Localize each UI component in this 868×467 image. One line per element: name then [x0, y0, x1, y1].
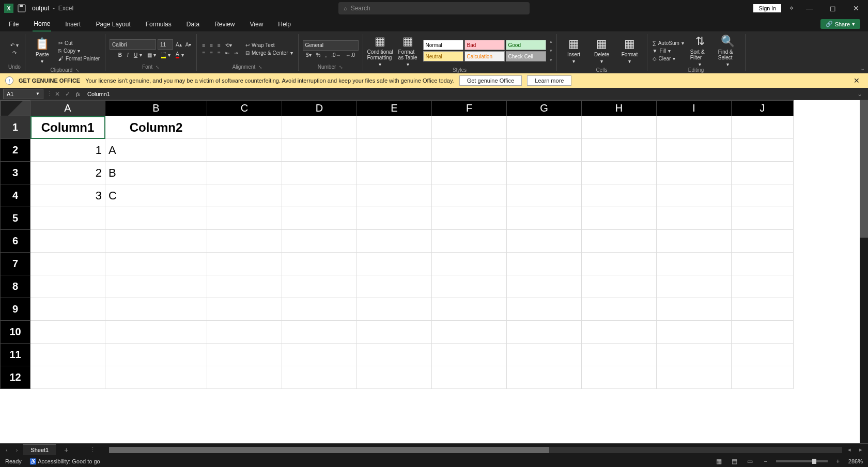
col-header-I[interactable]: I [657, 101, 732, 116]
cell-F5[interactable] [432, 207, 507, 230]
warning-close-button[interactable]: ✕ [850, 76, 863, 85]
coming-soon-icon[interactable]: ✧ [789, 5, 794, 12]
cell-J3[interactable] [732, 162, 794, 184]
number-format-select[interactable] [303, 40, 359, 51]
clipboard-launcher[interactable]: ⤡ [75, 68, 80, 73]
cell-J2[interactable] [732, 139, 794, 162]
cell-E6[interactable] [357, 230, 432, 253]
cell-H11[interactable] [582, 344, 657, 366]
cell-F11[interactable] [432, 344, 507, 366]
cell-H4[interactable] [582, 184, 657, 207]
spreadsheet-grid[interactable]: A B C D E F G H I J 1 Column1 Column2 [0, 100, 794, 389]
format-painter-button[interactable]: 🖌 Format Painter [57, 55, 101, 62]
font-size-select[interactable] [158, 39, 173, 50]
cell-E8[interactable] [357, 275, 432, 298]
cell-J7[interactable] [732, 253, 794, 275]
search-box[interactable]: ⌕ Search [338, 2, 530, 14]
name-box[interactable]: A1▼ [3, 89, 43, 99]
cell-A7[interactable] [30, 253, 105, 275]
cell-D3[interactable] [282, 162, 357, 184]
wrap-text-button[interactable]: ↩ Wrap Text [244, 42, 294, 49]
cell-A5[interactable] [30, 207, 105, 230]
row-header-5[interactable]: 5 [1, 207, 30, 230]
alignment-launcher[interactable]: ⤡ [258, 65, 262, 70]
cell-D1[interactable] [282, 116, 357, 139]
percent-format-button[interactable]: % [315, 52, 322, 58]
cell-A3[interactable]: 2 [30, 162, 105, 184]
cell-H2[interactable] [582, 139, 657, 162]
tab-page-layout[interactable]: Page Layout [95, 18, 131, 31]
cell-D5[interactable] [282, 207, 357, 230]
cell-G5[interactable] [507, 207, 582, 230]
style-check-cell[interactable]: Check Cell [506, 51, 546, 61]
row-header-4[interactable]: 4 [1, 184, 30, 207]
cell-G12[interactable] [507, 366, 582, 389]
col-header-A[interactable]: A [30, 101, 105, 116]
cell-D4[interactable] [282, 184, 357, 207]
styles-scroll-down[interactable]: ▾ [550, 48, 552, 53]
view-page-layout-button[interactable]: ▤ [730, 458, 740, 465]
expand-formula-button[interactable]: ⌄ [855, 90, 865, 98]
cell-B8[interactable] [105, 275, 207, 298]
maximize-button[interactable]: ◻ [825, 4, 841, 12]
tab-formulas[interactable]: Formulas [145, 18, 173, 31]
cell-F8[interactable] [432, 275, 507, 298]
cell-C7[interactable] [207, 253, 282, 275]
col-header-F[interactable]: F [432, 101, 507, 116]
cell-H12[interactable] [582, 366, 657, 389]
hscroll-right[interactable]: ▸ [857, 446, 865, 453]
cell-A9[interactable] [30, 298, 105, 321]
cell-I9[interactable] [657, 298, 732, 321]
cell-H7[interactable] [582, 253, 657, 275]
cell-F3[interactable] [432, 162, 507, 184]
cell-A11[interactable] [30, 344, 105, 366]
sheet-nav-next[interactable]: › [13, 447, 21, 453]
tab-file[interactable]: File [8, 18, 20, 31]
sheet-tab-sheet1[interactable]: Sheet1 [23, 444, 56, 455]
cell-C4[interactable] [207, 184, 282, 207]
cell-G8[interactable] [507, 275, 582, 298]
align-bottom-button[interactable]: ≡ [216, 42, 222, 49]
bold-button[interactable]: B [117, 51, 123, 59]
zoom-slider[interactable] [776, 460, 828, 462]
sign-in-button[interactable]: Sign in [753, 4, 781, 12]
underline-button[interactable]: U ▾ [133, 51, 143, 59]
formula-input[interactable] [83, 91, 855, 97]
merge-center-button[interactable]: ⊟ Merge & Center ▾ [244, 50, 294, 56]
cell-F4[interactable] [432, 184, 507, 207]
row-header-7[interactable]: 7 [1, 253, 30, 275]
row-header-2[interactable]: 2 [1, 139, 30, 162]
borders-button[interactable]: ▦ ▾ [146, 51, 157, 59]
cell-G7[interactable] [507, 253, 582, 275]
cell-C9[interactable] [207, 298, 282, 321]
cell-I4[interactable] [657, 184, 732, 207]
decrease-font-button[interactable]: A▾ [184, 39, 193, 50]
sort-filter-button[interactable]: ⇅Sort & Filter▾ [687, 35, 713, 66]
undo-button[interactable]: ↶ ▾ [9, 42, 20, 49]
cell-E4[interactable] [357, 184, 432, 207]
cell-I2[interactable] [657, 139, 732, 162]
format-cells-button[interactable]: ▦Format▾ [617, 35, 643, 66]
cell-D10[interactable] [282, 321, 357, 344]
copy-button[interactable]: ⎘ Copy ▾ [57, 48, 101, 54]
zoom-in-button[interactable]: + [833, 458, 843, 465]
cell-J9[interactable] [732, 298, 794, 321]
close-button[interactable]: ✕ [848, 4, 864, 12]
decrease-indent-button[interactable]: ⇤ [224, 50, 230, 56]
align-left-button[interactable]: ≡ [201, 50, 206, 56]
increase-decimal-button[interactable]: .0→ [330, 52, 342, 58]
horizontal-scrollbar[interactable] [109, 447, 842, 453]
cell-I10[interactable] [657, 321, 732, 344]
tab-review[interactable]: Review [213, 18, 236, 31]
cell-B9[interactable] [105, 298, 207, 321]
cell-C12[interactable] [207, 366, 282, 389]
tab-insert[interactable]: Insert [64, 18, 82, 31]
cell-B5[interactable] [105, 207, 207, 230]
align-top-button[interactable]: ≡ [201, 42, 206, 49]
styles-scroll-up[interactable]: ▴ [550, 39, 552, 44]
cell-G3[interactable] [507, 162, 582, 184]
fill-color-button[interactable]: ⬚ ▾ [160, 51, 172, 59]
col-header-B[interactable]: B [105, 101, 207, 116]
select-all-corner[interactable] [1, 101, 30, 116]
align-right-button[interactable]: ≡ [216, 50, 222, 56]
